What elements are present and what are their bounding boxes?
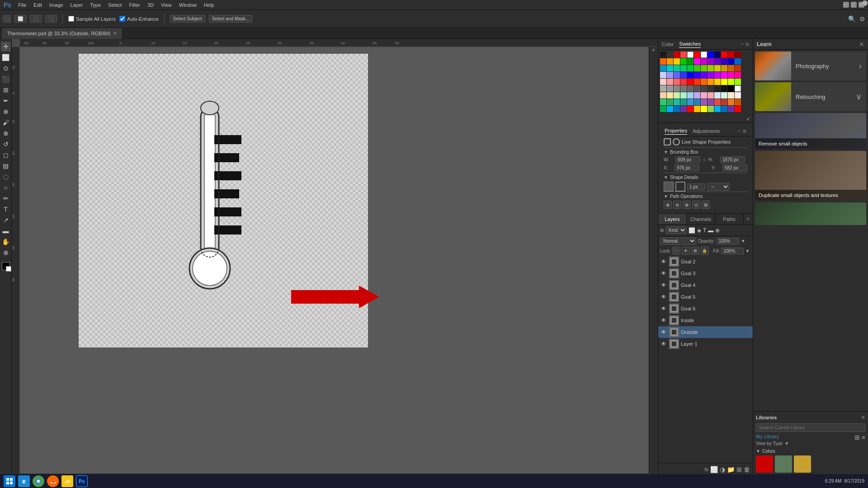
swatch-darkblue[interactable]: [714, 52, 721, 58]
color-panel-collapse[interactable]: –: [741, 41, 744, 48]
swatch-gray9[interactable]: [714, 85, 721, 92]
swatch-g3[interactable]: [674, 92, 680, 99]
dodge-tool[interactable]: ○: [1, 183, 11, 192]
swatch-red3[interactable]: [694, 52, 700, 58]
swatch-pink1[interactable]: [728, 72, 734, 78]
crop-tool[interactable]: ⊞: [1, 85, 11, 95]
swatch-indigo1[interactable]: [694, 72, 700, 78]
swatch-red2[interactable]: [680, 52, 687, 58]
opacity-chevron[interactable]: ▼: [741, 239, 745, 244]
swatch-i2[interactable]: [667, 106, 673, 112]
swatch-h6[interactable]: [694, 99, 700, 105]
quick-select-tool-icon[interactable]: ⬛: [1, 74, 11, 84]
eraser-tool[interactable]: ◻: [1, 150, 11, 160]
props-panel-options[interactable]: ≡: [743, 127, 746, 135]
tool-option-1[interactable]: ⬜: [14, 15, 26, 23]
y-input[interactable]: [722, 164, 747, 171]
swatch-lime3[interactable]: [708, 65, 714, 71]
pen-tool[interactable]: ✏: [1, 193, 11, 203]
maximize-button[interactable]: □: [851, 2, 857, 8]
swatch-teal1[interactable]: [674, 65, 680, 71]
clone-tool[interactable]: ⊗: [1, 128, 11, 138]
swatch-i5[interactable]: [687, 106, 693, 112]
selection-tool[interactable]: ⬜: [1, 52, 11, 62]
swatch-purple2[interactable]: [714, 58, 721, 65]
swatch-violet1[interactable]: [701, 72, 707, 78]
swatch-lime2[interactable]: [701, 65, 707, 71]
swatch-magenta2[interactable]: [701, 58, 707, 65]
sample-all-layers-checkbox[interactable]: [68, 16, 74, 22]
lib-colors-collapse[interactable]: ▼: [756, 449, 760, 454]
lock-all[interactable]: 🔒: [701, 247, 709, 255]
filter-shape-icon[interactable]: ▬: [708, 227, 713, 234]
tool-option-3[interactable]: ⬛: [45, 15, 57, 23]
layer-row-goal4[interactable]: 👁 Goal 4: [658, 279, 753, 291]
swatch-darkred1[interactable]: [728, 52, 734, 58]
swatch-g5[interactable]: [687, 92, 693, 99]
swatch-brown1[interactable]: [735, 65, 741, 71]
library-name[interactable]: My Library: [756, 434, 779, 439]
tab-adjustments[interactable]: Adjustments: [693, 127, 720, 135]
swatch-i1[interactable]: [660, 106, 666, 112]
layer-row-inside[interactable]: 👁 Inside: [658, 314, 753, 326]
lib-color-gold[interactable]: [794, 455, 811, 473]
menu-window[interactable]: Window: [179, 2, 197, 8]
shape-tool[interactable]: ▬: [1, 226, 11, 236]
filter-pixel-icon[interactable]: ⬜: [689, 227, 695, 234]
swatch-gray2[interactable]: [667, 85, 673, 92]
swatch-violet3[interactable]: [714, 72, 721, 78]
swatch-lime4[interactable]: [735, 79, 741, 85]
path-op-intersect[interactable]: ⊗: [683, 201, 691, 209]
swatch-gold2[interactable]: [728, 65, 734, 71]
learn-panel-close[interactable]: ✕: [859, 41, 864, 48]
swatch-i3[interactable]: [674, 106, 680, 112]
stroke-width-input[interactable]: [687, 183, 705, 190]
library-list-view[interactable]: ≡: [862, 434, 865, 441]
auto-enhance-checkbox[interactable]: [119, 16, 125, 22]
path-select-tool[interactable]: ↗: [1, 215, 11, 225]
swatch-blue5[interactable]: [687, 72, 693, 78]
new-layer-icon[interactable]: ⊞: [736, 466, 742, 473]
swatch-orange2[interactable]: [667, 58, 673, 65]
swatch-black[interactable]: [660, 52, 666, 58]
auto-enhance-label[interactable]: Auto-Enhance: [119, 16, 159, 22]
taskbar-chrome[interactable]: [33, 475, 44, 487]
fill-swatch[interactable]: [664, 182, 674, 192]
menu-filter[interactable]: Filter: [129, 2, 140, 8]
path-op-exclude[interactable]: ⊙: [692, 201, 700, 209]
layer-row-goal6[interactable]: 👁 Goal 6: [658, 303, 753, 314]
background-color[interactable]: [6, 266, 11, 272]
swatch-blue2[interactable]: [728, 58, 734, 65]
path-ops-collapse[interactable]: ▼: [664, 194, 668, 199]
path-op-combine[interactable]: ⊞: [702, 201, 710, 209]
swatch-i9[interactable]: [714, 106, 721, 112]
swatch-g2[interactable]: [667, 92, 673, 99]
libraries-panel-close[interactable]: ✕: [861, 414, 865, 421]
swatch-white[interactable]: [687, 52, 693, 58]
document-tab[interactable]: Thermometer.psd @ 33.3% (Outside, RGB/8#…: [2, 28, 123, 39]
panel-toggle-1[interactable]: ≡: [651, 49, 656, 52]
swatch-purple1[interactable]: [708, 58, 714, 65]
lock-position[interactable]: ✛: [682, 247, 690, 255]
hand-tool[interactable]: ✋: [1, 237, 11, 247]
menu-edit[interactable]: Edit: [33, 2, 42, 8]
learn-item-photography[interactable]: Photography ›: [755, 52, 866, 80]
swatch-gold1[interactable]: [721, 65, 727, 71]
select-and-mask-button[interactable]: Select and Mask...: [209, 15, 252, 23]
menu-help[interactable]: Help: [204, 2, 214, 8]
swatch-pink3[interactable]: [667, 79, 673, 85]
learn-item-more[interactable]: [755, 202, 866, 225]
swatch-g1[interactable]: [660, 92, 666, 99]
foreground-color[interactable]: [2, 262, 10, 270]
h-input[interactable]: [720, 156, 745, 163]
swatch-purple3[interactable]: [721, 58, 727, 65]
sample-all-layers-label[interactable]: Sample All Layers: [68, 16, 116, 22]
swatch-i4[interactable]: [680, 106, 687, 112]
color-panel-options[interactable]: ≡: [745, 41, 749, 48]
layer-row-outside[interactable]: 👁 Outside: [658, 326, 753, 338]
swatch-green1[interactable]: [680, 58, 687, 65]
swatch-violet2[interactable]: [708, 72, 714, 78]
swatch-g7[interactable]: [701, 92, 707, 99]
menu-file[interactable]: File: [18, 2, 26, 8]
swatch-cyan1[interactable]: [660, 65, 666, 71]
